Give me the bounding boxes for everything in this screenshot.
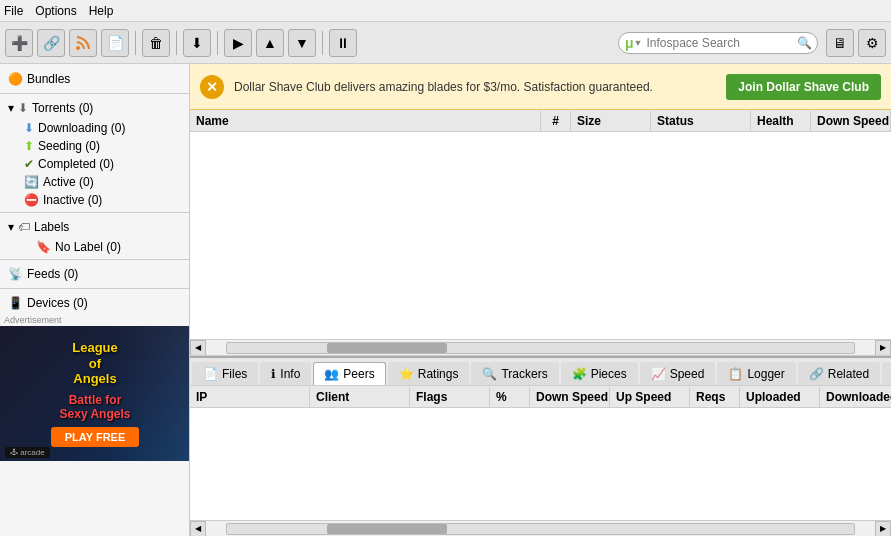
logger-icon: 📋 [728,367,743,381]
related-icon: 🔗 [809,367,824,381]
pause-button[interactable]: ⏸ [329,29,357,57]
ad-cta-button[interactable]: Join Dollar Shave Club [726,74,881,100]
col-header-health[interactable]: Health [751,111,811,131]
menu-file[interactable]: File [4,4,23,18]
tab-pieces[interactable]: 🧩 Pieces [561,362,638,385]
tab-related[interactable]: 🔗 Related [798,362,880,385]
down-button[interactable]: ▼ [288,29,316,57]
sidebar-item-torrents[interactable]: ▾ ⬇ Torrents (0) [0,97,189,119]
peers-col-reqs[interactable]: Reqs [690,387,740,407]
start-button[interactable]: ▶ [224,29,252,57]
tab-logger-label: Logger [747,367,784,381]
utorrent-icon: μ [625,35,634,51]
add-torrent-button[interactable]: ➕ [5,29,33,57]
sidebar-item-downloading[interactable]: ⬇ Downloading (0) [0,119,189,137]
peers-scroll-left-button[interactable]: ◀ [190,521,206,537]
col-header-size[interactable]: Size [571,111,651,131]
hscroll-thumb[interactable] [327,343,447,353]
toolbar: ➕ 🔗 📄 🗑 ⬇ ▶ ▲ ▼ ⏸ μ ▼ 🔍 🖥 ⚙ [0,22,891,64]
sidebar-item-devices[interactable]: 📱 Devices (0) [0,292,189,314]
tab-trackers[interactable]: 🔍 Trackers [471,362,558,385]
add-link-button[interactable]: 🔗 [37,29,65,57]
peers-col-flags[interactable]: Flags [410,387,490,407]
peers-col-pct[interactable]: % [490,387,530,407]
hscroll-track[interactable] [226,342,855,354]
pieces-icon: 🧩 [572,367,587,381]
rss-button[interactable] [69,29,97,57]
peers-col-client[interactable]: Client [310,387,410,407]
torrent-hscrollbar[interactable]: ◀ ▶ [190,339,891,355]
col-header-downspeed[interactable]: Down Speed [811,111,891,131]
search-submit-button[interactable]: 🔍 [797,36,812,50]
expand-icon: ▾ [8,101,14,115]
toolbar-sep-3 [217,31,218,55]
tab-pieces-label: Pieces [591,367,627,381]
sidebar-divider-2 [0,212,189,213]
scroll-left-button[interactable]: ◀ [190,340,206,356]
tab-info-label: Info [280,367,300,381]
download-button[interactable]: ⬇ [183,29,211,57]
tab-speed-label: Speed [670,367,705,381]
ratings-icon: ⭐ [399,367,414,381]
torrent-icon: ⬇ [18,101,28,115]
tab-files[interactable]: 📄 Files [192,362,258,385]
peers-col-ip[interactable]: IP [190,387,310,407]
col-header-status[interactable]: Status [651,111,751,131]
sidebar-item-feeds[interactable]: 📡 Feeds (0) [0,263,189,285]
peers-col-upspeed[interactable]: Up Speed [610,387,690,407]
menubar: File Options Help [0,0,891,22]
col-header-num[interactable]: # [541,111,571,131]
seeding-label: Seeding (0) [38,139,100,153]
svg-point-0 [76,46,80,50]
tab-peers-label: Peers [343,367,374,381]
peers-hscroll-track[interactable] [226,523,855,535]
peers-scroll-right-button[interactable]: ▶ [875,521,891,537]
bundles-label: Bundles [27,72,70,86]
menu-help[interactable]: Help [89,4,114,18]
sidebar-item-labels[interactable]: ▾ 🏷 Labels [0,216,189,238]
sidebar-item-nolabel[interactable]: 🔖 No Label (0) [0,238,189,256]
scroll-right-button[interactable]: ▶ [875,340,891,356]
settings-button[interactable]: ⚙ [858,29,886,57]
inactive-icon: ⛔ [24,193,39,207]
devices-label: Devices (0) [27,296,88,310]
bundle-icon: 🟠 [8,72,23,86]
nolabel-icon: 🔖 [36,240,51,254]
peers-col-downspeed[interactable]: Down Speed [530,387,610,407]
char-silhouette [110,326,190,461]
sidebar-item-active[interactable]: 🔄 Active (0) [0,173,189,191]
torrents-label: Torrents (0) [32,101,93,115]
monitor-button[interactable]: 🖥 [826,29,854,57]
file-button[interactable]: 📄 [101,29,129,57]
peers-col-uploaded[interactable]: Uploaded [740,387,820,407]
sidebar-item-seeding[interactable]: ⬆ Seeding (0) [0,137,189,155]
sidebar-item-completed[interactable]: ✔ Completed (0) [0,155,189,173]
torrent-table-header: Name # Size Status Health Down Speed [190,110,891,132]
tab-logger[interactable]: 📋 Logger [717,362,795,385]
tab-updates[interactable]: 🔔 Updates [882,362,891,385]
peers-hscrollbar[interactable]: ◀ ▶ [190,520,891,536]
sidebar-item-inactive[interactable]: ⛔ Inactive (0) [0,191,189,209]
search-dropdown-icon[interactable]: ▼ [634,38,643,48]
nolabel-label: No Label (0) [55,240,121,254]
peers-hscroll-thumb[interactable] [327,524,447,534]
sidebar-item-bundles[interactable]: 🟠 Bundles [0,68,189,90]
bottom-tabs-bar: 📄 Files ℹ Info 👥 Peers ⭐ Ratings 🔍 [190,358,891,386]
delete-button[interactable]: 🗑 [142,29,170,57]
ad-close-icon[interactable]: ✕ [200,75,224,99]
tab-speed[interactable]: 📈 Speed [640,362,716,385]
completed-icon: ✔ [24,157,34,171]
devices-icon: 📱 [8,296,23,310]
search-bar: μ ▼ 🔍 [618,32,818,54]
tab-info[interactable]: ℹ Info [260,362,311,385]
speed-icon: 📈 [651,367,666,381]
tab-ratings[interactable]: ⭐ Ratings [388,362,470,385]
bottom-body: IP Client Flags % Down Speed Up Speed Re… [190,386,891,520]
peers-col-downloaded[interactable]: Downloaded [820,387,891,407]
ad-game-banner[interactable]: LeagueofAngels Battle forSexy Angels PLA… [0,326,190,461]
tab-peers[interactable]: 👥 Peers [313,362,385,385]
up-button[interactable]: ▲ [256,29,284,57]
col-header-name[interactable]: Name [190,111,541,131]
search-input[interactable] [647,36,797,50]
menu-options[interactable]: Options [35,4,76,18]
